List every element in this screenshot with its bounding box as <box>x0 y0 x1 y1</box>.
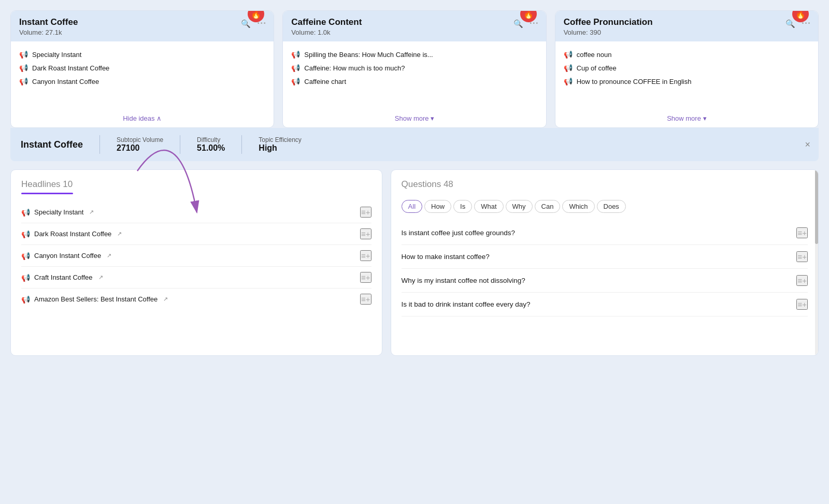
headline-left: 📢 Specialty Instant ↗ <box>21 208 94 217</box>
megaphone-green-icon: 📢 <box>19 50 28 59</box>
card-body-1: 📢 Specialty Instant 📢 Dark Roast Instant… <box>11 41 274 109</box>
filter-tab-can[interactable]: Can <box>535 200 561 213</box>
headline-item: 📢 Amazon Best Sellers: Best Instant Coff… <box>21 289 371 310</box>
question-item: How to make instant coffee? ≡+ <box>402 245 808 269</box>
divider-3 <box>241 135 242 154</box>
questions-panel: Questions 48 All How Is What Why Can <box>391 169 819 356</box>
card-body-3: 📢 coffee noun 📢 Cup of coffee 📢 How to p… <box>555 41 818 109</box>
headlines-underline <box>21 193 73 194</box>
headline-left: 📢 Craft Instant Coffee ↗ <box>21 273 103 282</box>
lower-section: Headlines 10 📢 Specialty Instant ↗ ≡+ 📢 … <box>10 169 819 356</box>
show-more-button-3[interactable]: Show more ▾ <box>667 114 706 122</box>
megaphone-green-icon: 📢 <box>291 50 300 59</box>
filter-tab-all[interactable]: All <box>402 200 422 213</box>
close-button[interactable]: × <box>805 139 810 150</box>
card-title-3: Coffee Pronunciation <box>564 17 810 27</box>
megaphone-blue-icon: 📢 <box>21 273 30 282</box>
question-item: Is it bad to drink instant coffee every … <box>402 293 808 316</box>
list-item: 📢 How to pronounce COFFEE in English <box>564 75 810 88</box>
headline-item: 📢 Dark Roast Instant Coffee ↗ ≡+ <box>21 223 371 245</box>
list-item: 📢 Specialty Instant <box>19 48 265 61</box>
cards-row: 🔥 Instant Coffee Volume: 27.1k 🔍 ··· 📢 S… <box>10 10 819 128</box>
card-title-1: Instant Coffee <box>19 17 265 27</box>
list-add-icon[interactable]: ≡+ <box>360 272 371 283</box>
list-item: 📢 Spilling the Beans: How Much Caffeine … <box>291 48 537 61</box>
headline-item: 📢 Specialty Instant ↗ ≡+ <box>21 201 371 223</box>
card-body-2: 📢 Spilling the Beans: How Much Caffeine … <box>283 41 546 109</box>
card-header-3: Coffee Pronunciation Volume: 390 🔍 ··· <box>555 11 818 41</box>
bottom-stat-1: Difficulty 51.00% <box>197 136 225 153</box>
headlines-count: 10 <box>63 179 73 189</box>
card-footer-1: Hide ideas ∧ <box>11 109 274 127</box>
headline-item: 📢 Canyon Instant Coffee ↗ ≡+ <box>21 245 371 267</box>
external-link-icon[interactable]: ↗ <box>117 231 122 237</box>
external-link-icon[interactable]: ↗ <box>98 274 103 281</box>
bottom-bar-title: Instant Coffee <box>21 139 83 150</box>
megaphone-blue-icon: 📢 <box>19 64 28 72</box>
list-add-icon[interactable]: ≡+ <box>360 207 371 218</box>
megaphone-green-icon: 📢 <box>564 50 573 59</box>
list-add-icon[interactable]: ≡+ <box>360 250 371 261</box>
list-item: 📢 Canyon Instant Coffee <box>19 75 265 88</box>
card-footer-2: Show more ▾ <box>283 109 546 127</box>
scrollbar[interactable] <box>815 170 818 355</box>
filter-tab-why[interactable]: Why <box>506 200 533 213</box>
megaphone-blue-icon: 📢 <box>19 77 28 85</box>
list-add-icon[interactable]: ≡+ <box>796 299 808 310</box>
megaphone-blue-icon: 📢 <box>291 64 300 72</box>
hide-ideas-button[interactable]: Hide ideas ∧ <box>123 114 162 122</box>
show-more-button-2[interactable]: Show more ▾ <box>395 114 434 122</box>
card-volume-1: Volume: 27.1k <box>19 28 265 36</box>
external-link-icon[interactable]: ↗ <box>89 209 94 215</box>
megaphone-blue-icon: 📢 <box>21 230 30 238</box>
filter-tab-does[interactable]: Does <box>597 200 626 213</box>
list-add-icon[interactable]: ≡+ <box>360 294 371 305</box>
list-add-icon[interactable]: ≡+ <box>796 251 808 262</box>
list-item: 📢 Caffeine: How much is too much? <box>291 61 537 75</box>
list-add-icon[interactable]: ≡+ <box>796 227 808 238</box>
list-item: 📢 Caffeine chart <box>291 75 537 88</box>
filter-tab-what[interactable]: What <box>474 200 503 213</box>
list-item: 📢 coffee noun <box>564 48 810 61</box>
card-title-2: Caffeine Content <box>291 17 537 27</box>
bottom-stat-value-1: 51.00% <box>197 143 225 153</box>
headline-left: 📢 Canyon Instant Coffee ↗ <box>21 252 111 260</box>
list-add-icon[interactable]: ≡+ <box>796 275 808 286</box>
divider-1 <box>99 135 100 154</box>
list-add-icon[interactable]: ≡+ <box>360 228 371 239</box>
megaphone-blue-icon: 📢 <box>564 77 573 85</box>
bottom-stat-0: Subtopic Volume 27100 <box>117 136 163 153</box>
headline-left: 📢 Amazon Best Sellers: Best Instant Coff… <box>21 295 168 304</box>
questions-title: Questions 48 <box>402 179 808 190</box>
list-item: 📢 Dark Roast Instant Coffee <box>19 61 265 75</box>
filter-tabs: All How Is What Why Can Which Does <box>402 200 808 213</box>
headlines-panel: Headlines 10 📢 Specialty Instant ↗ ≡+ 📢 … <box>10 169 382 356</box>
headline-item: 📢 Craft Instant Coffee ↗ ≡+ <box>21 267 371 289</box>
megaphone-green-icon: 📢 <box>21 208 30 217</box>
questions-count: 48 <box>444 179 453 189</box>
card-header-1: Instant Coffee Volume: 27.1k 🔍 ··· <box>11 11 274 41</box>
filter-tab-how[interactable]: How <box>424 200 451 213</box>
card-volume-3: Volume: 390 <box>564 28 810 36</box>
megaphone-blue-icon: 📢 <box>564 64 573 72</box>
megaphone-blue-icon: 📢 <box>21 252 30 260</box>
card-coffee-pronunciation: 🔥 Coffee Pronunciation Volume: 390 🔍 ···… <box>555 10 819 128</box>
megaphone-blue-icon: 📢 <box>21 295 30 304</box>
bottom-stat-value-0: 27100 <box>117 143 163 153</box>
headline-left: 📢 Dark Roast Instant Coffee ↗ <box>21 230 122 238</box>
bottom-stat-label-1: Difficulty <box>197 136 225 143</box>
card-instant-coffee: 🔥 Instant Coffee Volume: 27.1k 🔍 ··· 📢 S… <box>10 10 274 128</box>
external-link-icon[interactable]: ↗ <box>163 296 168 303</box>
bottom-bar: Instant Coffee Subtopic Volume 27100 Dif… <box>10 128 819 161</box>
divider-2 <box>180 135 180 154</box>
card-caffeine-content: 🔥 Caffeine Content Volume: 1.0k 🔍 ··· 📢 … <box>282 10 546 128</box>
card-footer-3: Show more ▾ <box>555 109 818 127</box>
card-volume-2: Volume: 1.0k <box>291 28 537 36</box>
list-item: 📢 Cup of coffee <box>564 61 810 75</box>
megaphone-blue-icon: 📢 <box>291 77 300 85</box>
filter-tab-is[interactable]: Is <box>453 200 472 213</box>
bottom-stat-2: Topic Efficiency High <box>259 136 301 153</box>
bottom-stat-label-0: Subtopic Volume <box>117 136 163 143</box>
external-link-icon[interactable]: ↗ <box>107 252 111 259</box>
filter-tab-which[interactable]: Which <box>562 200 594 213</box>
